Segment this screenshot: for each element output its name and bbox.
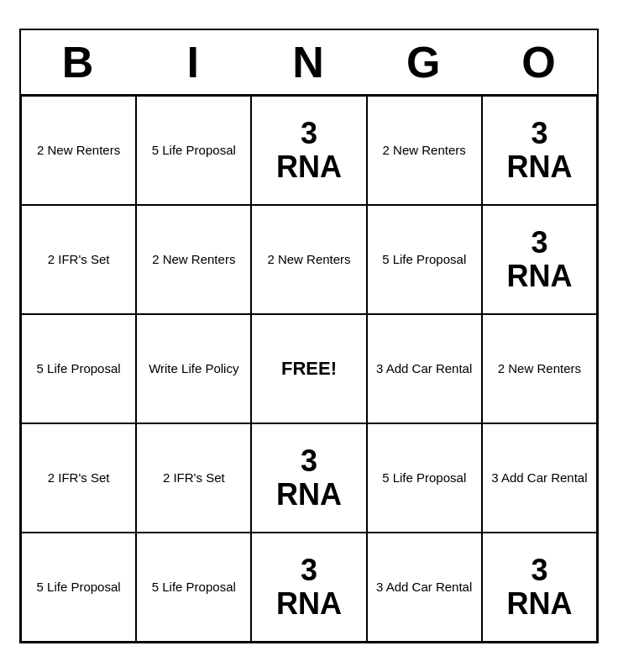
cell-r2-c4: 2 New Renters: [482, 314, 597, 423]
cell-r1-c0: 2 IFR's Set: [21, 205, 136, 314]
header-letter: O: [482, 30, 597, 94]
cell-r1-c2: 2 New Renters: [251, 205, 366, 314]
bingo-card: BINGO 2 New Renters5 Life Proposal3 RNA2…: [19, 29, 599, 643]
cell-r0-c1: 5 Life Proposal: [136, 96, 251, 205]
header-letter: G: [367, 30, 482, 94]
cell-r4-c0: 5 Life Proposal: [21, 533, 136, 642]
cell-r1-c4: 3 RNA: [482, 205, 597, 314]
bingo-header: BINGO: [21, 30, 597, 96]
header-letter: N: [251, 30, 366, 94]
cell-r2-c2: FREE!: [251, 314, 366, 423]
cell-r3-c0: 2 IFR's Set: [21, 423, 136, 533]
cell-r3-c2: 3 RNA: [251, 423, 366, 533]
cell-r0-c2: 3 RNA: [251, 96, 366, 205]
header-letter: B: [21, 30, 136, 94]
header-letter: I: [136, 30, 251, 94]
cell-r4-c4: 3 RNA: [482, 533, 597, 642]
cell-r0-c4: 3 RNA: [482, 96, 597, 205]
bingo-grid: 2 New Renters5 Life Proposal3 RNA2 New R…: [21, 96, 597, 642]
cell-r0-c3: 2 New Renters: [367, 96, 482, 205]
cell-r2-c3: 3 Add Car Rental: [367, 314, 482, 423]
cell-r4-c2: 3 RNA: [251, 533, 366, 642]
cell-r4-c3: 3 Add Car Rental: [367, 533, 482, 642]
cell-r3-c1: 2 IFR's Set: [136, 423, 251, 533]
cell-r4-c1: 5 Life Proposal: [136, 533, 251, 642]
cell-r0-c0: 2 New Renters: [21, 96, 136, 205]
cell-r3-c3: 5 Life Proposal: [367, 423, 482, 533]
cell-r3-c4: 3 Add Car Rental: [482, 423, 597, 533]
cell-r2-c1: Write Life Policy: [136, 314, 251, 423]
cell-r1-c3: 5 Life Proposal: [367, 205, 482, 314]
cell-r2-c0: 5 Life Proposal: [21, 314, 136, 423]
cell-r1-c1: 2 New Renters: [136, 205, 251, 314]
